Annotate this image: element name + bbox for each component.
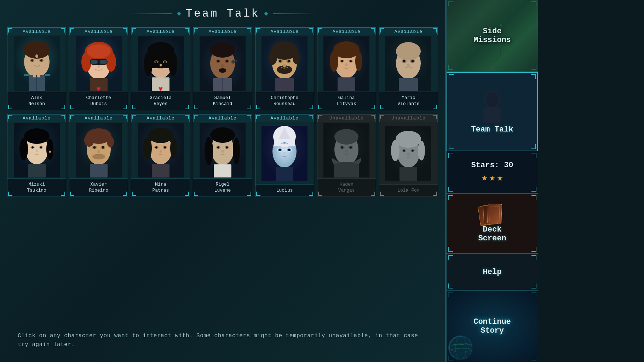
svg-point-56 [269, 51, 277, 65]
character-card-lucius[interactable]: Available [255, 114, 314, 197]
sidebar: Side Missions Team Talk Stars: 30 ★ ★ ★ [446, 0, 538, 362]
page-title: Team Talk [186, 7, 260, 20]
svg-point-94 [40, 146, 42, 148]
svg-point-43 [210, 42, 235, 58]
name-lucius: Lucius [255, 185, 314, 197]
character-card-christophe[interactable]: Available [255, 27, 314, 110]
svg-rect-4 [24, 47, 49, 54]
svg-point-157 [418, 141, 425, 160]
svg-point-34 [169, 52, 177, 76]
name-rigel: Rigel Luvene [193, 179, 252, 197]
sidebar-item-side-missions[interactable]: Side Missions [447, 0, 538, 72]
svg-point-69 [355, 51, 362, 71]
svg-point-111 [148, 128, 173, 143]
svg-point-122 [210, 127, 235, 143]
svg-point-104 [93, 146, 96, 149]
svg-rect-84 [399, 78, 418, 91]
svg-point-142 [288, 149, 290, 151]
svg-point-88 [19, 138, 28, 160]
character-card-charlotte[interactable]: Available [69, 27, 128, 110]
svg-rect-119 [152, 164, 169, 177]
portrait-christophe [255, 35, 314, 92]
portrait-graciela: ♥ [131, 35, 190, 92]
deco-diamond-right [264, 12, 268, 16]
character-card-mizuki[interactable]: Available [7, 114, 66, 197]
svg-point-50 [221, 64, 224, 68]
svg-point-116 [155, 146, 157, 148]
name-lola: Lola Fox [379, 185, 438, 197]
name-kaden: Kaden Vargas [317, 179, 376, 197]
svg-point-89 [46, 139, 53, 160]
character-card-samuel[interactable]: Available [193, 27, 252, 110]
character-card-mario[interactable]: Available [379, 27, 438, 110]
svg-point-82 [412, 60, 414, 62]
svg-rect-144 [276, 167, 293, 181]
status-galina: Available [317, 28, 376, 35]
svg-point-93 [31, 146, 34, 148]
svg-point-168 [486, 92, 499, 107]
star-3: ★ [497, 171, 503, 183]
sidebar-item-deck-screen[interactable]: Deck Screen [447, 194, 538, 254]
character-card-rigel[interactable]: Available [193, 114, 252, 197]
svg-point-57 [293, 51, 300, 64]
stars-label: Stars: 30 [471, 161, 513, 170]
sidebar-item-help[interactable]: Help [447, 254, 538, 290]
svg-point-68 [330, 51, 338, 72]
portrait-galina [317, 35, 376, 92]
status-graciela: Available [131, 28, 190, 35]
portrait-kaden [317, 122, 376, 179]
svg-point-87 [24, 128, 50, 144]
team-talk-label: Team Talk [471, 125, 513, 134]
svg-point-170 [449, 337, 472, 359]
character-card-graciela[interactable]: Available [131, 27, 190, 110]
svg-point-112 [143, 137, 152, 159]
status-xavier: Available [69, 114, 128, 122]
svg-point-39 [160, 64, 162, 66]
svg-point-106 [97, 150, 100, 153]
svg-point-46 [217, 60, 219, 62]
sidebar-item-team-talk[interactable]: Team Talk [447, 72, 538, 151]
portrait-mizuki [7, 122, 66, 179]
globe-icon [448, 335, 473, 360]
svg-rect-108 [90, 164, 108, 177]
character-row-1: Available [7, 27, 438, 110]
name-mira: Mira Patras [131, 179, 190, 197]
svg-point-90 [49, 151, 51, 153]
svg-point-20 [87, 44, 111, 58]
svg-rect-75 [338, 77, 355, 91]
star-2: ★ [489, 171, 495, 183]
character-card-xavier[interactable]: Available [69, 114, 128, 197]
status-charlotte: Available [69, 28, 128, 35]
svg-point-63 [283, 64, 286, 68]
status-christophe: Available [255, 28, 314, 35]
character-card-alex[interactable]: Available [7, 27, 66, 110]
side-missions-label: Side Missions [473, 27, 511, 45]
svg-point-33 [144, 52, 153, 76]
svg-point-123 [205, 137, 213, 165]
svg-rect-14 [45, 74, 50, 76]
sidebar-item-continue-story[interactable]: Continue Story [447, 291, 538, 362]
help-label: Help [483, 268, 502, 276]
svg-point-60 [279, 60, 282, 62]
svg-point-113 [170, 138, 177, 159]
svg-point-141 [279, 149, 281, 151]
svg-point-9 [35, 54, 38, 58]
portrait-xavier [69, 122, 128, 179]
character-card-galina[interactable]: Available [317, 27, 376, 110]
svg-point-107 [92, 154, 105, 159]
svg-point-127 [217, 146, 219, 148]
portrait-samuel [193, 35, 252, 92]
name-graciela: Graciela Reyes [131, 92, 190, 110]
name-mario: Mario Violante [379, 92, 438, 110]
svg-point-32 [148, 42, 174, 58]
svg-point-151 [350, 146, 352, 149]
svg-rect-130 [214, 164, 231, 177]
character-card-mira[interactable]: Available [131, 114, 190, 197]
svg-rect-96 [28, 164, 46, 177]
continue-story-label: Continue Story [473, 317, 511, 335]
deco-diamond-left [177, 12, 181, 16]
character-row-2: Available [7, 114, 438, 197]
svg-point-101 [107, 136, 114, 147]
deco-right [273, 13, 315, 14]
svg-point-37 [155, 61, 157, 63]
